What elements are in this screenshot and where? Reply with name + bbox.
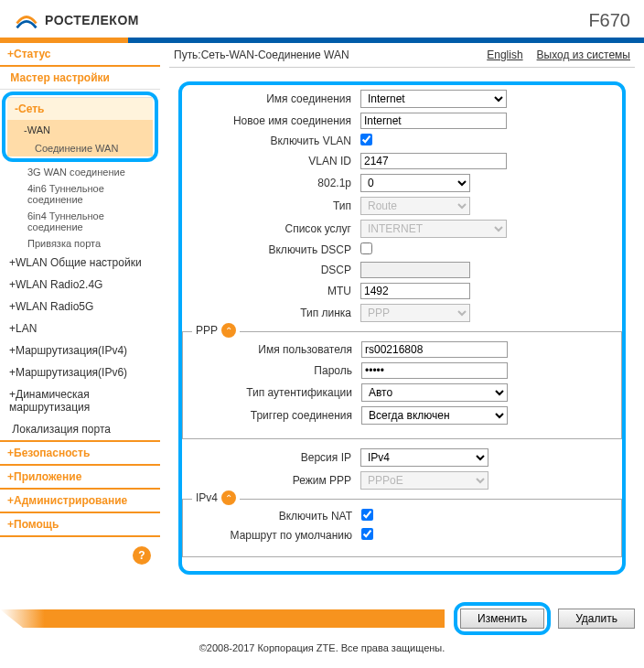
sidebar-help[interactable]: +Помощь <box>0 512 160 537</box>
dscp-input <box>360 262 470 278</box>
footer: ©2008-2017 Корпорация ZTE. Все права защ… <box>0 635 644 661</box>
breadcrumb: Путь:Сеть-WAN-Соединение WAN <box>174 48 349 61</box>
ppp-pass-label: Пароль <box>183 364 361 377</box>
ipver-label: Версия IP <box>182 451 360 464</box>
model-label: F670 <box>588 10 630 31</box>
ipv4-fieldset: IPv4⌃ Включить NAT Маршрут по умолчанию <box>182 499 622 557</box>
sidebar-wan[interactable]: -WAN <box>7 120 153 140</box>
auth-label: Тип аутентификации <box>183 386 361 399</box>
collapse-icon[interactable]: ⌃ <box>221 323 236 338</box>
collapse-icon[interactable]: ⌃ <box>221 490 236 505</box>
sidebar-admin[interactable]: +Администрирование <box>0 488 160 512</box>
vlan-id-input[interactable] <box>360 153 507 169</box>
mtu-label: MTU <box>182 285 360 297</box>
new-name-label: Новое имя соединения <box>182 114 360 127</box>
sidebar-wizard[interactable]: Мастер настройки <box>0 67 160 90</box>
ipver-select[interactable]: IPv4 <box>360 448 488 467</box>
apply-button[interactable]: Изменить <box>460 609 544 629</box>
sidebar-lan[interactable]: +LAN <box>0 318 160 339</box>
type-select: Route <box>360 197 470 215</box>
ppp-user-input[interactable] <box>361 341 508 358</box>
highlight-nav: -Сеть -WAN Соединение WAN <box>2 92 158 162</box>
conn-name-select[interactable]: Internet <box>360 90 507 108</box>
type-label: Тип <box>182 199 360 212</box>
ppp-legend: PPP <box>196 324 218 337</box>
brand-text: РОСТЕЛЕКОМ <box>45 13 139 27</box>
link-type-label: Тип линка <box>182 307 360 319</box>
defroute-checkbox[interactable] <box>361 528 373 540</box>
sidebar-routing4[interactable]: +Маршрутизация(IPv4) <box>0 339 160 361</box>
ppp-user-label: Имя пользователя <box>183 343 361 356</box>
sidebar-wan-3g[interactable]: 3G WAN соединение <box>0 164 160 180</box>
highlight-form: Имя соединенияInternet Новое имя соедине… <box>178 81 626 575</box>
vlan-enable-label: Включить VLAN <box>182 135 360 147</box>
ipv4-legend: IPv4 <box>196 491 218 504</box>
p8021-select[interactable]: 0 <box>360 174 470 192</box>
highlight-apply: Изменить <box>454 602 551 635</box>
sidebar-wan-conn[interactable]: Соединение WAN <box>7 140 153 156</box>
bottom-bar: Изменить Удалить <box>0 602 644 635</box>
bottom-stripe <box>0 609 445 628</box>
sidebar-dynrouting[interactable]: +Динамическая маршрутизация <box>0 383 160 418</box>
delete-button[interactable]: Удалить <box>558 609 635 629</box>
english-link[interactable]: English <box>487 48 522 61</box>
nat-label: Включить NAT <box>183 510 361 523</box>
content: Путь:Сеть-WAN-Соединение WAN English Вых… <box>160 43 644 584</box>
link-type-select: PPP <box>360 304 470 322</box>
vlan-enable-checkbox[interactable] <box>360 134 372 145</box>
nat-checkbox[interactable] <box>361 509 373 521</box>
sidebar-routing6[interactable]: +Маршрутизация(IPv6) <box>0 361 160 383</box>
sidebar-wlan24[interactable]: +WLAN Radio2.4G <box>0 274 160 296</box>
sidebar-wlan5[interactable]: +WLAN Radio5G <box>0 296 160 318</box>
rostelecom-logo-icon <box>14 7 39 33</box>
sidebar-network[interactable]: -Сеть <box>7 97 153 120</box>
path-bar: Путь:Сеть-WAN-Соединение WAN English Вых… <box>169 43 635 68</box>
mtu-input[interactable] <box>360 283 470 299</box>
conn-name-label: Имя соединения <box>182 92 360 105</box>
sidebar-wan-4in6[interactable]: 4in6 Туннельное соединение <box>0 180 160 208</box>
dscp-label: DSCP <box>182 264 360 276</box>
sidebar-status[interactable]: +Статус <box>0 43 160 67</box>
pppmode-select: PPPoE <box>360 471 488 490</box>
new-name-input[interactable] <box>360 113 507 129</box>
trigger-label: Триггер соединения <box>183 409 361 422</box>
header: РОСТЕЛЕКОМ F670 <box>0 0 644 38</box>
logo: РОСТЕЛЕКОМ <box>14 7 139 33</box>
ppp-fieldset: PPP⌃ Имя пользователя Пароль Тип аутенти… <box>182 331 622 439</box>
sidebar-wan-portbind[interactable]: Привязка порта <box>0 235 160 252</box>
sidebar-app[interactable]: +Приложение <box>0 464 160 488</box>
auth-select[interactable]: Авто <box>361 383 508 402</box>
defroute-label: Маршрут по умолчанию <box>183 529 361 542</box>
vlan-id-label: VLAN ID <box>182 155 360 167</box>
p8021-label: 802.1p <box>182 177 360 189</box>
trigger-select[interactable]: Всегда включен <box>361 406 508 425</box>
sidebar-wlan-common[interactable]: +WLAN Общие настройки <box>0 252 160 274</box>
sidebar: +Статус Мастер настройки -Сеть -WAN Соед… <box>0 43 160 584</box>
services-select: INTERNET <box>360 220 507 238</box>
services-label: Список услуг <box>182 222 360 235</box>
pppmode-label: Режим PPP <box>182 474 360 487</box>
dscp-enable-label: Включить DSCP <box>182 243 360 256</box>
sidebar-security[interactable]: +Безопасность <box>0 440 160 464</box>
help-icon[interactable]: ? <box>133 546 151 565</box>
ppp-pass-input[interactable] <box>361 362 508 379</box>
sidebar-portloc[interactable]: Локализация порта <box>0 418 160 440</box>
logout-link[interactable]: Выход из системы <box>537 48 630 61</box>
dscp-enable-checkbox[interactable] <box>360 242 372 254</box>
sidebar-wan-6in4[interactable]: 6in4 Туннельное соединение <box>0 208 160 235</box>
